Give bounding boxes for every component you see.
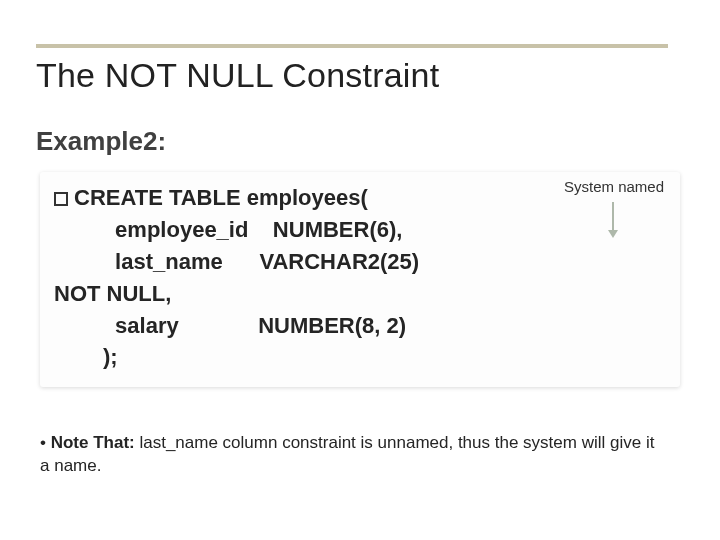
- code-line-2: employee_id NUMBER(6),: [54, 214, 666, 246]
- slide-subtitle: Example2:: [36, 126, 166, 157]
- note-bold: Note That:: [51, 433, 135, 452]
- code-line-6: );: [54, 341, 666, 373]
- code-line-5: salary NUMBER(8, 2): [54, 310, 666, 342]
- code-text-1: CREATE TABLE employees(: [74, 185, 368, 210]
- title-underline: [36, 44, 668, 48]
- code-line-4: NOT NULL,: [54, 278, 666, 310]
- note-text: • Note That: last_name column constraint…: [40, 432, 660, 478]
- code-notnull: NOT NULL: [54, 281, 165, 306]
- code-comma: ,: [165, 281, 171, 306]
- annotation-system-named: System named: [564, 178, 664, 195]
- slide-title: The NOT NULL Constraint: [36, 56, 439, 95]
- code-line-3: last_name VARCHAR2(25): [54, 246, 666, 278]
- note-bullet: •: [40, 433, 51, 452]
- code-example-box: System named CREATE TABLE employees( emp…: [40, 172, 680, 387]
- annotation-arrow: [612, 202, 614, 232]
- bullet-icon: [54, 192, 68, 206]
